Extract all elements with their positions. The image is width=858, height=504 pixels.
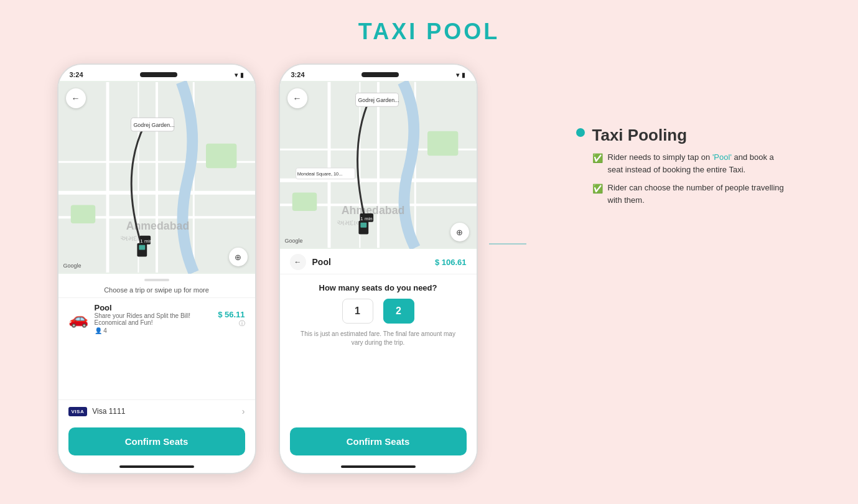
phone1-back-button[interactable]: ← bbox=[66, 88, 86, 108]
phone-1: 3:24 ▾ ▮ bbox=[57, 63, 256, 474]
annotation-panel: Taxi Pooling ✅ Rider needs to simply tap… bbox=[551, 113, 813, 218]
svg-text:Mondeal Square, 10...: Mondeal Square, 10... bbox=[297, 171, 342, 177]
phone2-wifi-icon: ▾ bbox=[456, 72, 459, 78]
phone1-location-button[interactable]: ⊕ bbox=[229, 248, 248, 266]
wifi-icon: ▾ bbox=[235, 72, 238, 78]
annotation-heading: Taxi Pooling bbox=[592, 126, 688, 145]
phone1-home-indicator bbox=[119, 465, 194, 468]
phone1-notch bbox=[140, 72, 177, 77]
phone2-home-indicator bbox=[341, 465, 416, 468]
phone1-google-logo: Google bbox=[63, 263, 82, 269]
swipe-indicator bbox=[144, 279, 169, 281]
annotation-dot bbox=[576, 128, 585, 137]
svg-text:1 min: 1 min bbox=[360, 216, 372, 222]
svg-rect-30 bbox=[292, 192, 317, 211]
seat-panel-back-button[interactable]: ← bbox=[290, 254, 306, 270]
phone2-map: Ahmedabad અમદાવાડ Godrej Garden... 1 min… bbox=[280, 81, 477, 249]
pool-desc: Share your Rides and Split the Bill! Eco… bbox=[95, 312, 212, 326]
pool-title: Pool bbox=[95, 303, 212, 312]
annotation-text-2: Rider can choose the number of people tr… bbox=[608, 182, 788, 206]
phone2-confirm-button[interactable]: Confirm Seats bbox=[290, 427, 467, 455]
phone1-bottom-panel: Choose a trip or swipe up for more 🚗 Poo… bbox=[58, 274, 255, 473]
seat-question: How many seats do you need? bbox=[280, 274, 477, 299]
svg-rect-31 bbox=[427, 131, 458, 156]
annotation-item-1: ✅ Rider needs to simply tap on 'Pool' an… bbox=[592, 151, 788, 175]
svg-rect-37 bbox=[360, 223, 366, 228]
phone2-status-icons: ▾ ▮ bbox=[456, 72, 465, 78]
seat-panel-price: $ 106.61 bbox=[435, 258, 467, 267]
phone1-map-svg: Ahmedabad અમદાવાડ Godrej Garden... Monde… bbox=[58, 81, 255, 274]
phone2-notch bbox=[361, 72, 399, 77]
seat-panel-title: Pool bbox=[312, 257, 435, 267]
annotation-items: ✅ Rider needs to simply tap on 'Pool' an… bbox=[592, 151, 788, 206]
phone1-map: Ahmedabad અમદાવાડ Godrej Garden... Monde… bbox=[58, 81, 255, 274]
battery-icon: ▮ bbox=[240, 72, 244, 78]
check-icon-1: ✅ bbox=[592, 152, 603, 165]
phone2-status-bar: 3:24 ▾ ▮ bbox=[280, 65, 477, 81]
phone-2: 3:24 ▾ ▮ Ahmedabad અમદાવા bbox=[279, 63, 478, 474]
pool-car-icon: 🚗 bbox=[68, 309, 88, 329]
page-title: TAXI POOL bbox=[358, 19, 500, 45]
seat-options: 1 2 bbox=[280, 299, 477, 330]
check-icon-2: ✅ bbox=[592, 182, 603, 195]
chevron-right-icon: › bbox=[242, 406, 245, 416]
annotation-connector-line bbox=[489, 243, 526, 245]
phone1-status-icons: ▾ ▮ bbox=[235, 72, 244, 78]
phone2-map-svg: Ahmedabad અમદાવાડ Godrej Garden... 1 min… bbox=[280, 81, 477, 249]
phone1-time: 3:24 bbox=[70, 71, 83, 78]
seat-1-button[interactable]: 1 bbox=[342, 299, 373, 324]
main-content: 3:24 ▾ ▮ bbox=[25, 63, 833, 474]
visa-icon: VISA bbox=[68, 407, 88, 416]
phone2-time: 3:24 bbox=[291, 71, 305, 78]
phone2-seat-panel: ← Pool $ 106.61 How many seats do you ne… bbox=[280, 249, 477, 473]
pool-price: $ 56.11 bbox=[218, 310, 245, 319]
svg-rect-8 bbox=[70, 205, 95, 223]
svg-text:1 min: 1 min bbox=[140, 238, 152, 244]
phone2-back-button[interactable]: ← bbox=[287, 88, 307, 108]
phone2-location-button[interactable]: ⊕ bbox=[450, 223, 469, 241]
panel-hint: Choose a trip or swipe up for more bbox=[58, 284, 255, 297]
seat-2-button[interactable]: 2 bbox=[383, 299, 414, 324]
phone1-payment-row[interactable]: VISA Visa 1111 › bbox=[58, 399, 255, 422]
phone1-status-bar: 3:24 ▾ ▮ bbox=[58, 65, 255, 81]
annotation-text-1: Rider needs to simply tap on 'Pool' and … bbox=[608, 151, 788, 175]
pool-info: Pool Share your Rides and Split the Bill… bbox=[95, 303, 212, 334]
annotation-heading-row: Taxi Pooling bbox=[576, 126, 788, 145]
svg-text:Godrej Garden...: Godrej Garden... bbox=[358, 97, 399, 103]
phone1-pool-option[interactable]: 🚗 Pool Share your Rides and Split the Bi… bbox=[58, 297, 255, 339]
pool-seats: 👤 4 bbox=[95, 327, 212, 334]
svg-text:Godrej Garden...: Godrej Garden... bbox=[133, 122, 174, 128]
phone1-confirm-button[interactable]: Confirm Seats bbox=[68, 427, 245, 455]
svg-rect-9 bbox=[206, 144, 236, 169]
phone2-battery-icon: ▮ bbox=[462, 72, 465, 78]
fare-note: This is just an estimated fare. The fina… bbox=[280, 330, 477, 353]
seat-panel-header: ← Pool $ 106.61 bbox=[280, 249, 477, 274]
phone2-google-logo: Google bbox=[285, 238, 303, 244]
pool-price-info: ⓘ bbox=[218, 319, 245, 328]
payment-label: Visa 1111 bbox=[92, 407, 242, 416]
svg-rect-17 bbox=[139, 245, 145, 250]
annotation-item-2: ✅ Rider can choose the number of people … bbox=[592, 182, 788, 206]
